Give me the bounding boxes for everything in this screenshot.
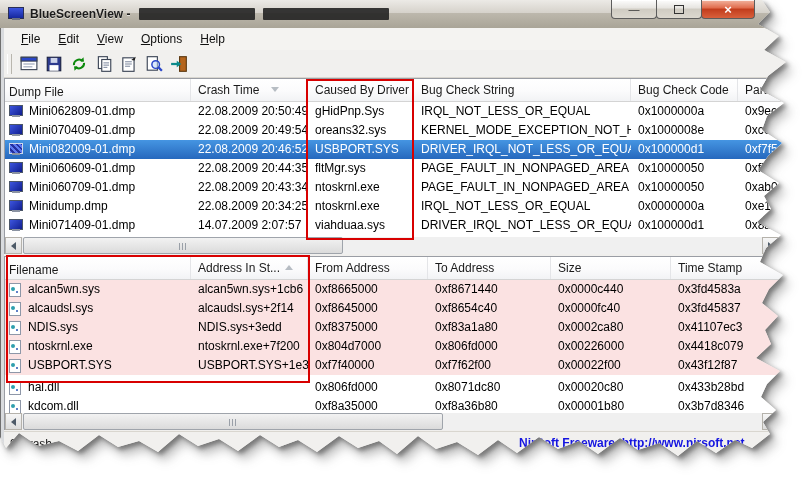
- find-icon: [145, 55, 163, 73]
- driver-list-header: Filename Address In St... From Address T…: [5, 257, 795, 280]
- dump-file-icon: [9, 105, 24, 118]
- sort-descending-icon: [271, 87, 279, 92]
- window-controls: — ×: [612, 0, 755, 19]
- upper-horizontal-scrollbar[interactable]: [4, 237, 795, 254]
- close-button[interactable]: ×: [701, 0, 755, 19]
- scroll-right-arrow[interactable]: [762, 237, 779, 254]
- sort-ascending-icon: [285, 265, 293, 270]
- column-header-address-in-stack[interactable]: Address In St...: [191, 257, 308, 279]
- dump-file-icon: [9, 162, 24, 175]
- crash-row[interactable]: Mini060709-01.dmp 22.08.2009 20:43:34 nt…: [5, 178, 795, 197]
- column-header-time-stamp[interactable]: Time Stamp: [671, 257, 795, 279]
- left-arrow-icon: [11, 418, 16, 426]
- properties-button[interactable]: [116, 52, 141, 76]
- minimize-button[interactable]: —: [611, 0, 657, 19]
- dump-file-icon: [9, 219, 24, 232]
- scroll-left-arrow[interactable]: [5, 237, 22, 254]
- save-icon: [45, 55, 63, 73]
- crash-row[interactable]: Minidump.dmp 22.08.2009 20:34:25 ntoskrn…: [5, 197, 795, 216]
- crash-row[interactable]: Mini062809-01.dmp 22.08.2009 20:50:49 gH…: [5, 102, 795, 121]
- driver-list-pane: Filename Address In St... From Address T…: [4, 256, 795, 414]
- crash-row[interactable]: Mini060609-01.dmp 22.08.2009 20:44:35 fl…: [5, 159, 795, 178]
- menu-bar: File Edit View Options Help: [4, 28, 795, 51]
- properties-icon: [120, 55, 138, 73]
- scroll-left-arrow[interactable]: [5, 413, 22, 430]
- status-bar: 9 Crash NirSoft Freeware. http://www.nir…: [4, 431, 795, 458]
- column-header-param[interactable]: Param: [738, 79, 795, 101]
- driver-file-icon: [9, 321, 22, 335]
- column-header-to-address[interactable]: To Address: [428, 257, 551, 279]
- maximize-icon: [674, 5, 684, 14]
- report-window-icon: [20, 55, 38, 73]
- toolbar-grip: [7, 54, 12, 74]
- crash-list-header: Dump File Crash Time Caused By Driver Bu…: [5, 79, 795, 102]
- report-window-button[interactable]: [16, 52, 41, 76]
- save-button[interactable]: [41, 52, 66, 76]
- column-header-dump-file[interactable]: Dump File: [5, 79, 191, 101]
- column-header-from-address[interactable]: From Address: [308, 257, 428, 279]
- exit-button[interactable]: [166, 52, 191, 76]
- driver-row-highlighted[interactable]: alcaudsl.sys alcaudsl.sys+2f14 0xf864500…: [5, 299, 795, 318]
- menu-view[interactable]: View: [88, 30, 132, 48]
- screenshot-canvas: BlueScreenView - — × File Edit View Opti…: [0, 0, 811, 478]
- bluescreenview-window: BlueScreenView - — × File Edit View Opti…: [0, 0, 795, 470]
- driver-file-icon: [9, 302, 22, 316]
- lower-horizontal-scrollbar[interactable]: [4, 413, 795, 430]
- dump-file-icon: [9, 181, 24, 194]
- scrollbar-thumb[interactable]: [23, 237, 343, 254]
- status-crash-count: 9 Crash: [10, 437, 52, 451]
- scroll-right-arrow[interactable]: [762, 413, 779, 430]
- copy-icon: [95, 55, 113, 73]
- left-arrow-icon: [11, 242, 16, 250]
- driver-file-icon: [9, 381, 22, 395]
- crash-row[interactable]: Mini070409-01.dmp 22.08.2009 20:49:54 or…: [5, 121, 795, 140]
- driver-row-highlighted[interactable]: alcan5wn.sys alcan5wn.sys+1cb6 0xf866500…: [5, 280, 795, 299]
- right-arrow-icon: [768, 418, 773, 426]
- crash-row-selected[interactable]: Mini082009-01.dmp 22.08.2009 20:46:52 US…: [5, 140, 795, 159]
- driver-file-icon: [9, 283, 22, 297]
- menu-help[interactable]: Help: [191, 30, 234, 48]
- redacted-text: [139, 8, 255, 20]
- driver-row-highlighted[interactable]: USBPORT.SYS USBPORT.SYS+1e3... 0xf7f4000…: [5, 356, 795, 375]
- column-header-bug-check-string[interactable]: Bug Check String: [414, 79, 631, 101]
- column-header-crash-time[interactable]: Crash Time: [191, 79, 308, 101]
- column-header-filename[interactable]: Filename: [5, 257, 191, 279]
- dump-file-icon: [9, 143, 24, 156]
- crash-list-pane: Dump File Crash Time Caused By Driver Bu…: [4, 78, 795, 238]
- app-icon: [8, 7, 24, 21]
- torn-paper-shadow: BlueScreenView - — × File Edit View Opti…: [0, 0, 811, 478]
- refresh-button[interactable]: [66, 52, 91, 76]
- toolbar: [4, 50, 795, 78]
- crash-row[interactable]: Mini071409-01.dmp 14.07.2009 2:07:57 via…: [5, 216, 795, 235]
- maximize-button[interactable]: [656, 0, 702, 19]
- redacted-text: [263, 8, 389, 20]
- exit-icon: [170, 55, 188, 73]
- driver-file-icon: [9, 359, 22, 373]
- find-button[interactable]: [141, 52, 166, 76]
- driver-file-icon: [9, 340, 22, 354]
- refresh-icon: [70, 55, 88, 73]
- column-header-bug-check-code[interactable]: Bug Check Code: [631, 79, 738, 101]
- column-header-caused-by-driver[interactable]: Caused By Driver: [308, 79, 414, 101]
- scrollbar-thumb[interactable]: [23, 413, 443, 430]
- driver-row-highlighted[interactable]: NDIS.sys NDIS.sys+3edd 0xf8375000 0xf83a…: [5, 318, 795, 337]
- dump-file-icon: [9, 124, 24, 137]
- title-bar[interactable]: BlueScreenView - — ×: [0, 0, 795, 29]
- nirsoft-link[interactable]: NirSoft Freeware. http://www.nirsoft.net: [519, 436, 745, 450]
- dump-file-icon: [9, 200, 24, 213]
- menu-options[interactable]: Options: [132, 30, 191, 48]
- window-title: BlueScreenView -: [30, 7, 131, 21]
- driver-row-highlighted[interactable]: ntoskrnl.exe ntoskrnl.exe+7f200 0x804d70…: [5, 337, 795, 356]
- driver-file-icon: [9, 400, 22, 414]
- copy-button[interactable]: [91, 52, 116, 76]
- column-header-size[interactable]: Size: [551, 257, 671, 279]
- menu-edit[interactable]: Edit: [49, 30, 88, 48]
- menu-file[interactable]: File: [12, 30, 49, 48]
- right-arrow-icon: [768, 242, 773, 250]
- driver-row[interactable]: hal.dll 0x806fd000 0x8071dc80 0x00020c80…: [5, 378, 795, 397]
